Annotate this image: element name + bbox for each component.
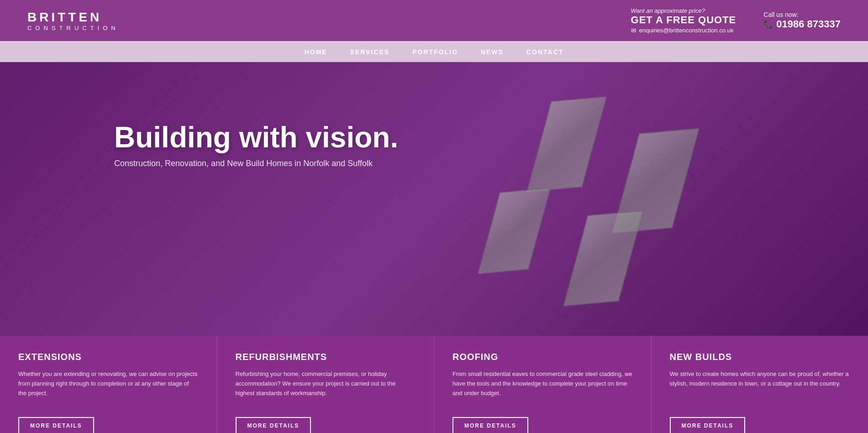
email-icon: ✉ [631,27,637,34]
call-section: Call us now: 📞 01986 873337 [763,11,841,30]
service-refurbishments-title: REFURBISHMENTS [236,352,416,362]
header-right: Want an approximate price? GET A FREE QU… [631,7,841,34]
email-line[interactable]: ✉ enquiries@brittenconstruction.co.uk [631,27,734,34]
nav-home[interactable]: HOME [305,48,327,56]
services-section: EXTENSIONS Whether you are extending or … [0,336,868,433]
phone-number[interactable]: 01986 873337 [776,18,841,30]
hero-subtitle: Construction, Renovation, and New Build … [114,159,398,168]
call-label: Call us now: [763,11,798,18]
service-extensions-desc: Whether you are extending or renovating,… [18,370,199,406]
service-new-builds: NEW BUILDS We strive to create homes whi… [652,336,868,433]
logo-brand: BRITTEN [27,10,119,25]
nav-news[interactable]: NEWS [481,48,504,56]
hero-content: Building with vision. Construction, Reno… [114,121,398,168]
service-extensions-title: EXTENSIONS [18,352,199,362]
service-roofing-btn[interactable]: MORE DETAILS [452,417,528,433]
service-roofing: ROOFING From small residential eaves to … [434,336,652,433]
navigation: HOME SERVICES PORTFOLIO NEWS CONTACT [0,42,868,62]
hero-section: Building with vision. Construction, Reno… [0,62,868,336]
service-roofing-desc: From small residential eaves to commerci… [452,370,633,406]
service-refurbishments-desc: Refurbishing your home, commercial premi… [236,370,416,406]
quote-cta[interactable]: GET A FREE QUOTE [631,14,736,26]
hero-overlay [0,62,868,336]
nav-contact[interactable]: CONTACT [526,48,563,56]
nav-portfolio[interactable]: PORTFOLIO [412,48,458,56]
service-new-builds-btn[interactable]: MORE DETAILS [670,417,746,433]
phone-line[interactable]: 📞 01986 873337 [763,18,841,30]
nav-services[interactable]: SERVICES [350,48,390,56]
logo-sub: CONSTRUCTION [27,25,119,31]
logo[interactable]: BRITTEN CONSTRUCTION [27,10,119,31]
service-refurbishments-btn[interactable]: MORE DETAILS [236,417,311,433]
top-bar: BRITTEN CONSTRUCTION Want an approximate… [0,0,868,41]
hero-title: Building with vision. [114,121,398,153]
phone-icon: 📞 [763,19,773,29]
service-refurbishments: REFURBISHMENTS Refurbishing your home, c… [217,336,435,433]
quote-section[interactable]: Want an approximate price? GET A FREE QU… [631,7,736,34]
service-new-builds-title: NEW BUILDS [670,352,850,362]
service-new-builds-desc: We strive to create homes which anyone c… [670,370,850,406]
quote-prompt: Want an approximate price? [631,7,705,14]
service-extensions-btn[interactable]: MORE DETAILS [18,417,94,433]
email-address[interactable]: enquiries@brittenconstruction.co.uk [639,27,734,34]
service-extensions: EXTENSIONS Whether you are extending or … [0,336,217,433]
service-roofing-title: ROOFING [452,352,633,362]
